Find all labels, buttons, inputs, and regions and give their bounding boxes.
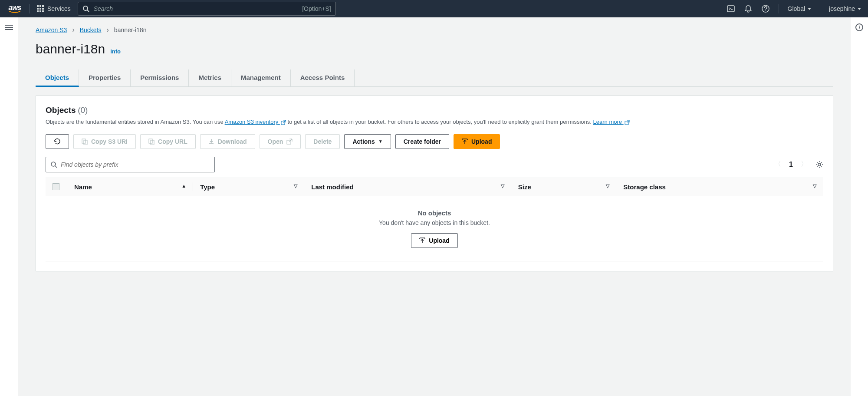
svg-point-0 (83, 6, 88, 10)
cloudshell-icon[interactable] (727, 4, 735, 13)
region-label: Global (788, 5, 805, 12)
button-label: Create folder (404, 138, 441, 145)
svg-line-1 (87, 10, 89, 12)
tabs: Objects Properties Permissions Metrics M… (36, 69, 833, 87)
copy-icon (82, 139, 88, 145)
refresh-button[interactable] (46, 134, 69, 149)
desc-text: to get a list of all objects in your buc… (286, 119, 593, 125)
sort-asc-icon: ▲ (181, 183, 186, 188)
column-type[interactable]: Type ▽ (193, 178, 304, 196)
copy-url-button[interactable]: Copy URL (140, 134, 196, 149)
breadcrumb: Amazon S3 › Buckets › banner-i18n (36, 26, 833, 34)
column-label: Name (74, 183, 92, 191)
refresh-icon (54, 138, 61, 145)
aws-logo[interactable]: aws (7, 3, 23, 14)
tab-permissions[interactable]: Permissions (131, 69, 189, 87)
grid-icon (37, 5, 44, 12)
services-menu[interactable]: Services (37, 5, 71, 12)
select-all-checkbox[interactable] (53, 183, 59, 190)
panel-header: Objects (0) (46, 106, 823, 115)
column-label: Last modified (311, 183, 354, 191)
side-menu-toggle (0, 17, 18, 396)
info-link[interactable]: Info (110, 48, 121, 55)
column-storage-class[interactable]: Storage class ▽ (616, 178, 823, 196)
hamburger-icon[interactable] (5, 23, 13, 396)
right-info-rail: i (851, 17, 868, 31)
svg-line-13 (55, 166, 57, 168)
delete-button[interactable]: Delete (305, 134, 340, 149)
tab-metrics[interactable]: Metrics (189, 69, 231, 87)
breadcrumb-root[interactable]: Amazon S3 (36, 26, 67, 33)
link-text: Amazon S3 inventory (225, 119, 280, 125)
tab-access-points[interactable]: Access Points (291, 69, 355, 87)
select-all-header (46, 178, 67, 196)
search-box[interactable]: [Option+S] (78, 2, 336, 16)
breadcrumb-buckets[interactable]: Buckets (80, 26, 102, 33)
topbar-right: Global josephine (727, 4, 861, 13)
learn-more-link[interactable]: Learn more (593, 119, 630, 125)
empty-upload-button[interactable]: Upload (411, 233, 457, 248)
search-shortcut: [Option+S] (302, 5, 331, 12)
filter-icon: ▽ (606, 183, 609, 189)
button-label: Download (218, 138, 247, 145)
main-content: Amazon S3 › Buckets › banner-i18n banner… (18, 17, 851, 396)
external-icon (286, 139, 293, 145)
button-label: Upload (429, 237, 449, 244)
column-last-modified[interactable]: Last modified ▽ (304, 178, 511, 196)
filter-icon: ▽ (813, 183, 816, 189)
external-link-icon (281, 120, 286, 125)
search-input[interactable] (94, 5, 298, 12)
prefix-filter[interactable] (46, 157, 215, 172)
inventory-link[interactable]: Amazon S3 inventory (225, 119, 286, 125)
divider (30, 4, 30, 13)
caret-down-icon (808, 8, 811, 10)
divider (779, 4, 779, 13)
tab-objects[interactable]: Objects (36, 69, 79, 87)
desc-text: Objects are the fundamental entities sto… (46, 119, 225, 125)
button-label: Delete (313, 138, 332, 145)
user-menu[interactable]: josephine (829, 5, 861, 12)
external-link-icon (625, 120, 630, 125)
page-title: banner-i18n (36, 42, 105, 56)
prev-page-icon[interactable]: 〈 (774, 160, 781, 169)
button-label: Open (268, 138, 283, 145)
upload-button[interactable]: Upload (454, 134, 500, 149)
divider (820, 4, 820, 13)
open-button[interactable]: Open (260, 134, 301, 149)
upload-icon (419, 238, 425, 244)
objects-table: Name ▲ Type ▽ Last modified ▽ (46, 178, 823, 196)
user-label: josephine (829, 5, 855, 12)
empty-title: No objects (46, 209, 823, 217)
search-icon (82, 5, 89, 12)
button-label: Copy S3 URI (91, 138, 128, 145)
button-label: Actions (352, 138, 375, 145)
notifications-icon[interactable] (744, 4, 753, 13)
caret-down-icon: ▼ (378, 139, 383, 144)
tab-management[interactable]: Management (231, 69, 291, 87)
page-number: 1 (789, 161, 793, 168)
svg-point-14 (818, 163, 821, 166)
filter-icon: ▽ (501, 183, 504, 189)
page-header: banner-i18n Info (36, 42, 833, 56)
prefix-input[interactable] (61, 161, 210, 168)
table-header-row: Name ▲ Type ▽ Last modified ▽ (46, 178, 823, 196)
copy-s3-uri-button[interactable]: Copy S3 URI (73, 134, 136, 149)
region-selector[interactable]: Global (788, 5, 811, 12)
top-navigation: aws Services [Option+S] Global (0, 0, 868, 17)
create-folder-button[interactable]: Create folder (395, 134, 449, 149)
svg-point-4 (765, 10, 766, 11)
panel-description: Objects are the fundamental entities sto… (46, 118, 823, 126)
filter-icon: ▽ (294, 183, 297, 189)
tab-properties[interactable]: Properties (79, 69, 131, 87)
link-text: Learn more (593, 119, 624, 125)
column-name[interactable]: Name ▲ (67, 178, 193, 196)
column-size[interactable]: Size ▽ (511, 178, 617, 196)
next-page-icon[interactable]: 〉 (801, 160, 808, 169)
download-button[interactable]: Download (200, 134, 255, 149)
settings-icon[interactable] (815, 161, 823, 168)
actions-button[interactable]: Actions ▼ (344, 134, 391, 149)
column-label: Storage class (623, 183, 666, 191)
info-panel-icon[interactable]: i (855, 23, 863, 31)
pagination: 〈 1 〉 (774, 160, 823, 169)
help-icon[interactable] (761, 4, 770, 13)
